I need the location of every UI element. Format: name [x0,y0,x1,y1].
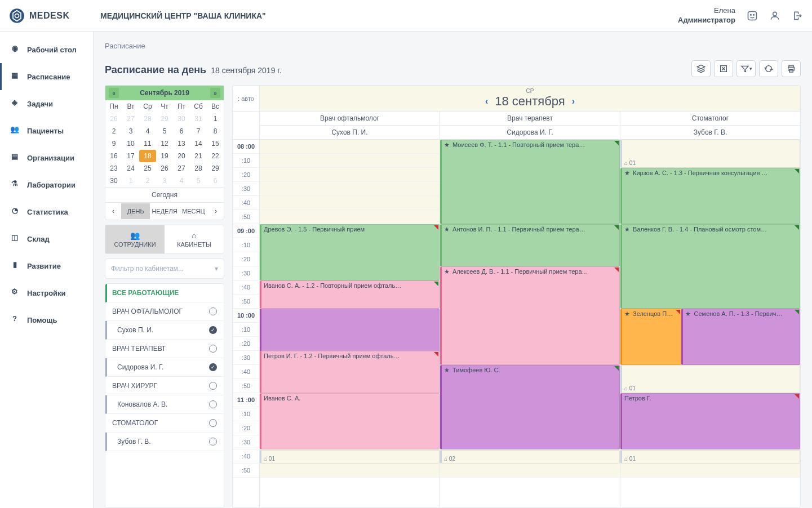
cal-day[interactable]: 2 [105,125,122,137]
sched-prev-day[interactable]: ‹ [485,96,488,106]
cal-day[interactable]: 30 [173,113,190,125]
cal-day[interactable]: 12 [156,137,173,150]
cal-day[interactable]: 23 [105,162,122,175]
appointment[interactable]: ★ Валенков Г. В. - 1.4 - Плановый осмотр… [620,224,800,309]
nav-9[interactable]: ⚙Настройки [0,279,93,306]
cal-day[interactable]: 7 [190,125,207,137]
nav-4[interactable]: ▤Организации [0,144,93,171]
cal-day[interactable]: 24 [122,162,139,175]
appointment[interactable]: Петров И. Г. - 1.2 - Первичный прием офт… [260,351,440,393]
cal-day[interactable]: 10 [122,137,139,150]
staff-all[interactable]: ВСЕ РАБОТАЮЩИЕ [105,284,224,302]
cal-day[interactable]: 29 [156,113,173,125]
tab-staff[interactable]: 👥СОТРУДНИКИ [105,225,165,253]
appointment[interactable]: ★ Алексеев Д. В. - 1.1 - Первичный прием… [440,266,620,365]
cal-day[interactable]: 20 [173,150,190,162]
appointment[interactable]: ★ Семенов А. П. - 1.3 - Первич… [681,309,800,365]
cal-day[interactable]: 27 [122,113,139,125]
data-col-0[interactable]: Древов Э. - 1.5 - Первичный приемИванов … [260,140,440,507]
sched-body[interactable]: 08 :00:10:20:30:40:5009 :00:10:20:30:40:… [233,140,800,507]
smile-icon[interactable] [747,10,758,21]
cal-day[interactable]: 6 [173,125,190,137]
cal-day[interactable]: 3 [122,125,139,137]
staff-role[interactable]: ВРАЧ ОФТАЛЬМОЛОГ [105,302,224,321]
staff-person[interactable]: Сидорова И. Г.✓ [105,358,224,377]
nav-10[interactable]: ?Помощь [0,306,93,333]
cal-day[interactable]: 28 [190,162,207,175]
data-col-1[interactable]: ★ Моисеев Ф. Т. - 1.1 - Повторный прием … [440,140,620,507]
cal-prev[interactable]: « [109,88,119,98]
cal-day[interactable]: 26 [105,113,122,125]
cal-day[interactable]: 17 [122,150,139,162]
sched-next-day[interactable]: › [572,96,575,106]
cal-day[interactable]: 9 [105,137,122,150]
cal-day[interactable]: 15 [207,137,224,150]
appointment[interactable]: Иванов С. А. [260,393,440,449]
cal-day[interactable]: 5 [190,175,207,187]
cal-day[interactable]: 30 [105,175,122,187]
cal-day[interactable]: 28 [139,113,156,125]
tab-rooms[interactable]: ⌂КАБИНЕТЫ [165,225,224,253]
appointment[interactable]: ⌂ 01 [620,365,800,393]
data-col-2[interactable]: ⌂ 01★ Кирзов А. С. - 1.3 - Первичная кон… [620,140,800,507]
appointment[interactable]: ⌂ 01 [620,140,800,168]
nav-6[interactable]: ◔Статистика [0,198,93,225]
cal-day[interactable]: 25 [139,162,156,175]
appointment[interactable]: Древов Э. - 1.5 - Первичный прием [260,224,440,280]
appointment[interactable]: Иванов С. А. - 1.2 - Повторный прием офт… [260,280,440,309]
cal-day[interactable]: 14 [190,137,207,150]
appointment[interactable]: ★ Зеленцов П… [620,309,681,365]
cal-day[interactable]: 1 [207,113,224,125]
cal-day[interactable]: 4 [173,175,190,187]
cal-day[interactable]: 16 [105,150,122,162]
cal-day[interactable]: 27 [173,162,190,175]
appointment[interactable]: ⌂ 01 [620,450,800,464]
cal-day[interactable]: 29 [207,162,224,175]
cal-day[interactable]: 5 [156,125,173,137]
cal-view-day[interactable]: ДЕНЬ [121,203,150,219]
staff-person[interactable]: Сухов П. И.✓ [105,321,224,340]
cal-day[interactable]: 31 [190,113,207,125]
cal-day[interactable]: 11 [139,137,156,150]
layers-button[interactable] [691,60,711,77]
cal-day[interactable]: 3 [156,175,173,187]
appointment[interactable]: Петров Г. [620,393,800,449]
appointment[interactable]: ⌂ 01 [260,450,440,464]
cal-day[interactable]: 13 [173,137,190,150]
appointment[interactable]: ★ Тимофеев Ю. С. [440,365,620,449]
cal-day[interactable]: 1 [122,175,139,187]
appointment[interactable]: ★ Кирзов А. С. - 1.3 - Первичная консуль… [620,168,800,224]
cal-day[interactable]: 6 [207,175,224,187]
cal-day[interactable]: 22 [207,150,224,162]
cal-day[interactable]: 19 [156,150,173,162]
appointment[interactable]: ⌂ 02 [440,450,620,464]
sched-auto[interactable]: : авто [233,86,260,111]
cal-day[interactable]: 2 [139,175,156,187]
filter-button[interactable]: ▾ [736,60,756,77]
nav-8[interactable]: ▮Развитие [0,252,93,279]
staff-role[interactable]: ВРАЧ ХИРУРГ [105,377,224,395]
user-block[interactable]: Елена Администратор [678,6,735,25]
cal-view-week[interactable]: НЕДЕЛЯ [150,203,179,219]
cal-view-next[interactable]: › [208,203,224,220]
room-filter[interactable]: Фильтр по кабинетам... ▾ [105,259,224,279]
cal-view-month[interactable]: МЕСЯЦ [179,203,208,219]
appointment[interactable]: ★ Моисеев Ф. Т. - 1.1 - Повторный прием … [440,140,620,224]
logout-icon[interactable] [792,10,803,21]
nav-7[interactable]: ◫Склад [0,225,93,252]
nav-3[interactable]: 👥Пациенты [0,117,93,144]
staff-person[interactable]: Зубов Г. В. [105,433,224,451]
cal-day[interactable]: 26 [156,162,173,175]
print-button[interactable] [782,60,801,77]
cancel-filter-button[interactable] [714,60,733,77]
nav-1[interactable]: ▦Расписание [0,63,93,90]
refresh-button[interactable] [759,60,778,77]
cal-day[interactable]: 21 [190,150,207,162]
cal-view-prev[interactable]: ‹ [105,203,121,220]
staff-person[interactable]: Коновалов А. В. [105,395,224,414]
cal-today-button[interactable]: Сегодня [105,187,224,202]
nav-0[interactable]: ◉Рабочий стол [0,36,93,63]
cal-day[interactable]: 4 [139,125,156,137]
staff-role[interactable]: ВРАЧ ТЕРАПЕВТ [105,340,224,358]
cal-next[interactable]: » [210,88,220,98]
